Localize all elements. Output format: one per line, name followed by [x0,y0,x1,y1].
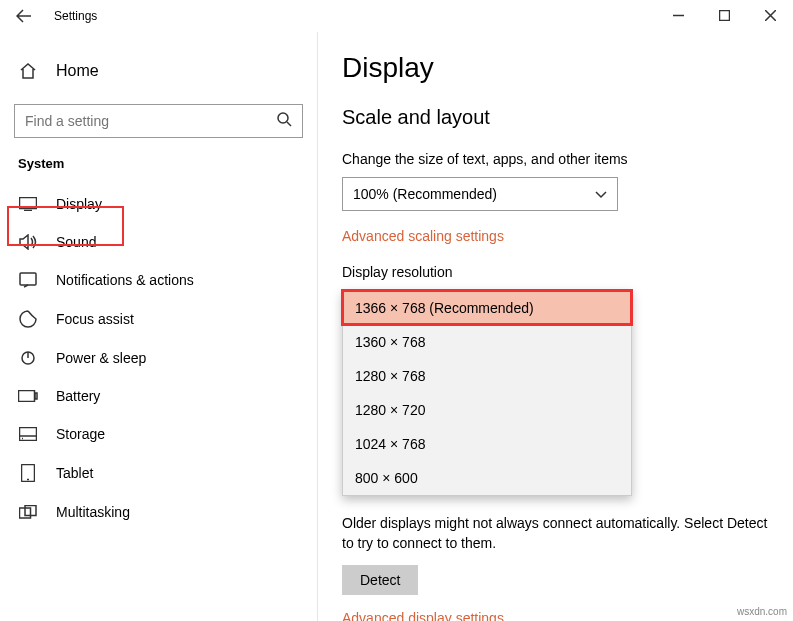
power-icon [18,350,38,366]
advanced-display-link[interactable]: Advanced display settings [342,610,504,621]
svg-point-1 [278,113,288,123]
sidebar-item-sound[interactable]: Sound [0,223,317,261]
sidebar-item-notifications[interactable]: Notifications & actions [0,261,317,299]
sidebar-item-focus[interactable]: Focus assist [0,299,317,339]
detect-button[interactable]: Detect [342,565,418,595]
sidebar-item-multitasking[interactable]: Multitasking [0,493,317,531]
sidebar-item-display[interactable]: Display [0,185,317,223]
home-nav[interactable]: Home [0,52,317,90]
scale-heading: Scale and layout [342,106,769,129]
sidebar-item-label: Storage [56,426,105,442]
svg-rect-6 [35,393,37,399]
content-pane: Display Scale and layout Change the size… [318,32,793,621]
detect-note: Older displays might not always connect … [342,514,769,553]
sidebar-item-storage[interactable]: Storage [0,415,317,453]
minimize-button[interactable] [655,0,701,30]
sidebar-item-tablet[interactable]: Tablet [0,453,317,493]
watermark: wsxdn.com [737,606,787,617]
sidebar-item-label: Power & sleep [56,350,146,366]
sidebar-item-label: Display [56,196,102,212]
maximize-button[interactable] [701,0,747,30]
sidebar: Home System Display Sound Notifications … [0,32,318,621]
app-title: Settings [54,9,97,23]
battery-icon [18,390,38,402]
storage-icon [18,427,38,441]
svg-rect-5 [19,391,35,402]
search-box[interactable] [14,104,303,138]
advanced-scaling-link[interactable]: Advanced scaling settings [342,228,504,244]
scale-label: Change the size of text, apps, and other… [342,151,769,167]
scale-select-value: 100% (Recommended) [353,186,497,202]
resolution-option[interactable]: 1366 × 768 (Recommended) [343,291,631,325]
page-title: Display [342,52,769,84]
back-button[interactable] [12,4,36,28]
sidebar-item-label: Sound [56,234,96,250]
resolution-option[interactable]: 1360 × 768 [343,325,631,359]
section-header: System [0,156,317,185]
resolution-option[interactable]: 1280 × 720 [343,393,631,427]
sidebar-item-label: Battery [56,388,100,404]
svg-rect-3 [20,273,36,285]
sidebar-item-battery[interactable]: Battery [0,377,317,415]
sidebar-item-label: Notifications & actions [56,272,194,288]
sound-icon [18,234,38,250]
sidebar-item-label: Focus assist [56,311,134,327]
sidebar-item-power[interactable]: Power & sleep [0,339,317,377]
sidebar-item-label: Tablet [56,465,93,481]
multitasking-icon [18,505,38,519]
sidebar-item-label: Multitasking [56,504,130,520]
resolution-option[interactable]: 800 × 600 [343,461,631,495]
home-label: Home [56,62,99,80]
resolution-dropdown[interactable]: 1366 × 768 (Recommended) 1360 × 768 1280… [342,290,632,496]
tablet-icon [18,464,38,482]
focus-icon [18,310,38,328]
resolution-option[interactable]: 1024 × 768 [343,427,631,461]
svg-rect-2 [20,198,37,209]
resolution-label: Display resolution [342,264,769,280]
close-button[interactable] [747,0,793,30]
search-icon [276,111,292,131]
display-icon [18,197,38,211]
resolution-option[interactable]: 1280 × 768 [343,359,631,393]
home-icon [18,62,38,80]
svg-rect-0 [719,10,729,20]
notifications-icon [18,272,38,288]
chevron-down-icon [595,186,607,202]
scale-select[interactable]: 100% (Recommended) [342,177,618,211]
search-input[interactable] [25,113,252,129]
